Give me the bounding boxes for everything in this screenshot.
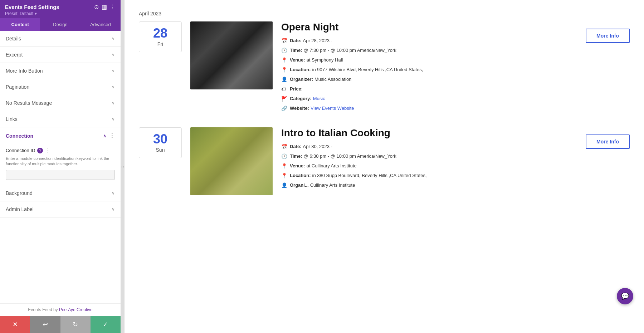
section-admin-label-text: Admin Label [6,206,34,212]
event-row: 28 Fri Opera Night 📅 Date: Apr 28, 2023 … [139,21,630,114]
event-title: Intro to Italian Cooking [281,127,577,139]
header-icons: ⊙ ▦ ⋮ [94,4,116,10]
connection-options-icon[interactable]: ⋮ [45,147,51,154]
person-icon: 👤 [281,182,288,189]
section-background: Background ∨ [0,185,121,201]
event-date-day: Sun [145,147,176,153]
chat-icon: 💬 [621,292,629,300]
section-details-label: Details [6,36,21,41]
event-row-inner: Intro to Italian Cooking 📅 Date: Apr 30,… [190,127,630,195]
event-title: Opera Night [281,21,577,33]
section-connection: Connection ∧ ⋮ Connection ID ? ⋮ Enter a… [0,127,121,185]
section-admin-label-header[interactable]: Admin Label ∨ [0,201,121,217]
person-icon: 👤 [281,76,288,83]
clock-icon: 🕐 [281,153,288,160]
location-pin-icon: 📍 [281,66,288,74]
venue-pin-icon: 📍 [281,162,288,170]
section-links-label: Links [6,116,18,122]
sidebar-tabs: Content Design Advanced [0,18,121,31]
chevron-up-icon: ∧ [103,133,106,138]
section-links: Links ∨ [0,111,121,127]
chevron-icon: ∨ [112,117,115,122]
sidebar-footer: Events Feed by Pee-Aye Creative [0,303,121,316]
more-options-icon[interactable]: ⋮ [110,4,116,10]
venue-pin-icon: 📍 [281,57,288,64]
connection-id-label-text: Connection ID [6,148,35,153]
price-icon: 🏷 [281,85,288,93]
event-meta-price: 🏷 Price: [281,85,577,93]
section-admin-label: Admin Label ∨ [0,201,121,217]
section-connection-header[interactable]: Connection ∧ ⋮ [0,127,121,144]
sidebar: Events Feed Settings ⊙ ▦ ⋮ Preset: Defau… [0,0,121,333]
chevron-icon: ∨ [112,84,115,89]
resize-handle[interactable]: ↔ [121,0,125,333]
columns-icon[interactable]: ▦ [102,4,107,10]
sidebar-body: Details ∨ Excerpt ∨ More Info Button ∨ P… [0,31,121,333]
cancel-button[interactable]: ✕ [0,316,30,333]
main-content: April 2023 28 Fri Opera Night 📅 Date: Ap… [125,0,644,333]
section-details: Details ∨ [0,31,121,47]
connection-id-row: Connection ID ? ⋮ [6,147,115,154]
event-meta-time: 🕐 Time: @ 6:30 pm - @ 10:00 pm America/N… [281,153,577,160]
tab-design[interactable]: Design [40,18,80,31]
chevron-icon: ∨ [112,207,115,212]
event-row-inner: Opera Night 📅 Date: Apr 28, 2023 - 🕐 Tim… [190,21,630,114]
section-excerpt: Excerpt ∨ [0,47,121,63]
more-info-button-cooking[interactable]: More Info [586,134,630,149]
website-icon: 🔗 [281,105,288,112]
sidebar-header: Events Feed Settings ⊙ ▦ ⋮ Preset: Defau… [0,0,121,18]
sidebar-title: Events Feed Settings [5,4,59,10]
preset-label[interactable]: Preset: Default ▾ [5,11,116,16]
footer-text: Events Feed by [28,307,59,312]
section-no-results: No Results Message ∨ [0,95,121,111]
event-meta-venue: 📍 Venue: at Cullinary Arts Institute [281,162,577,170]
event-details-cooking: Intro to Italian Cooking 📅 Date: Apr 30,… [281,127,577,191]
section-options-icon[interactable]: ⋮ [109,132,115,139]
event-meta-date: 📅 Date: Apr 30, 2023 - [281,143,577,151]
target-icon[interactable]: ⊙ [94,4,99,10]
section-links-header[interactable]: Links ∨ [0,111,121,127]
more-info-button-opera[interactable]: More Info [586,29,630,43]
help-icon[interactable]: ? [37,148,43,153]
section-details-header[interactable]: Details ∨ [0,31,121,46]
connection-content: Connection ID ? ⋮ Enter a module connect… [0,144,121,185]
redo-button[interactable]: ↻ [60,316,91,333]
category-icon: 🚩 [281,95,288,103]
event-image-opera [190,21,273,89]
undo-button[interactable]: ↩ [30,316,60,333]
event-date-box: 28 Fri [139,21,182,52]
section-background-label: Background [6,190,33,196]
event-meta-location: 📍 Location: in 380 Supp Boulevard, Bever… [281,172,577,180]
connection-id-description: Enter a module connection identification… [6,156,115,167]
event-date-day: Fri [145,41,176,47]
tab-content[interactable]: Content [0,18,40,31]
section-no-results-label: No Results Message [6,100,52,106]
footer-link[interactable]: Pee-Aye Creative [59,307,93,312]
more-info-col: More Info [586,21,630,43]
location-pin-icon: 📍 [281,172,288,180]
chat-bubble[interactable]: 💬 [617,288,633,304]
calendar-icon: 📅 [281,37,288,45]
event-meta-location: 📍 Location: in 9077 Wilshire Blvd, Bever… [281,66,577,74]
section-more-info-btn: More Info Button ∨ [0,63,121,79]
month-label: April 2023 [139,11,630,16]
section-connection-label: Connection [6,133,33,139]
save-button[interactable]: ✓ [91,316,121,333]
section-background-header[interactable]: Background ∨ [0,185,121,201]
connection-id-input[interactable] [6,170,115,180]
section-excerpt-header[interactable]: Excerpt ∨ [0,47,121,63]
more-info-col: More Info [586,127,630,149]
category-link[interactable]: Music [313,95,325,102]
chevron-icon: ∨ [112,36,115,41]
event-meta-date: 📅 Date: Apr 28, 2023 - [281,37,577,45]
section-pagination-header[interactable]: Pagination ∨ [0,79,121,95]
tab-advanced[interactable]: Advanced [80,18,121,31]
event-meta-venue: 📍 Venue: at Symphony Hall [281,57,577,64]
section-more-info-btn-label: More Info Button [6,68,43,74]
event-image-cooking [190,127,273,195]
section-no-results-header[interactable]: No Results Message ∨ [0,95,121,111]
website-link[interactable]: View Events Website [311,105,354,112]
sidebar-actions: ✕ ↩ ↻ ✓ [0,316,121,333]
section-more-info-btn-header[interactable]: More Info Button ∨ [0,63,121,79]
chevron-icon: ∨ [112,68,115,73]
